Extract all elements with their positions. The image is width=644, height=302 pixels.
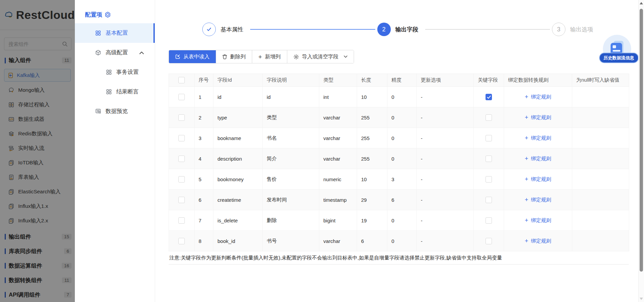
cell-precision: 0 (387, 231, 417, 251)
cell-update-option: - (417, 169, 474, 190)
step-number: 3 (552, 23, 565, 36)
menu-item-label: 基本配置 (106, 29, 128, 37)
col-length: 长度 (357, 74, 387, 87)
grid-icon (106, 89, 112, 95)
button-label: 删除列 (230, 50, 246, 63)
menu-item-label: 数据预览 (106, 108, 128, 115)
chevron-up-icon[interactable] (139, 51, 144, 54)
bind-rule-label: 绑定规则 (531, 94, 551, 100)
cell-seq: 3 (195, 128, 213, 148)
key-field-checkbox[interactable] (486, 238, 492, 244)
key-field-checkbox[interactable] (486, 217, 492, 224)
cell-type: varchar (319, 148, 357, 169)
key-field-checkbox[interactable] (486, 94, 492, 100)
table-row: 7 is_delete 删除 bigint 19 0 - +绑定规则 (169, 210, 629, 231)
menu-item-result-assertion[interactable]: 结果断言 (75, 82, 155, 102)
cell-precision: 0 (387, 210, 417, 231)
cell-field-desc: 简介 (263, 148, 319, 169)
menu-item-data-preview[interactable]: 数据预览 (75, 102, 155, 121)
cell-precision: 0 (387, 87, 417, 107)
bind-rule-link[interactable]: +绑定规则 (525, 176, 551, 183)
cell-field-desc: id (263, 87, 319, 107)
step-label: 输出字段 (396, 26, 418, 33)
row-checkbox[interactable] (178, 94, 185, 100)
key-field-checkbox[interactable] (486, 156, 492, 162)
step-label: 输出选项 (570, 26, 593, 33)
key-field-checkbox[interactable] (486, 114, 492, 121)
scrollbar-thumb[interactable] (640, 9, 643, 272)
step-output-options[interactable]: 3 输出选项 (552, 23, 598, 36)
cell-seq: 7 (195, 210, 213, 231)
scroll-down-arrow-icon[interactable] (640, 298, 643, 300)
bind-rule-link[interactable]: +绑定规则 (525, 94, 551, 100)
bind-rule-link[interactable]: +绑定规则 (525, 217, 551, 224)
cell-precision: 0 (387, 148, 417, 169)
trash-icon (222, 54, 227, 59)
config-panel: 配置项 基本配置 高级配 (75, 0, 638, 302)
fields-table-wrap: 序号 字段Id 字段说明 类型 长度 精度 更新选项 关键字段 绑定数据转换规则… (169, 74, 629, 251)
bind-rule-link[interactable]: +绑定规则 (525, 114, 551, 121)
bind-rule-link[interactable]: +绑定规则 (525, 238, 551, 244)
bind-rule-label: 绑定规则 (531, 217, 551, 224)
select-all-checkbox[interactable] (178, 77, 185, 83)
cell-null-default[interactable] (572, 231, 629, 251)
step-output-fields[interactable]: 2 输出字段 (377, 23, 423, 36)
cell-seq: 5 (195, 169, 213, 190)
plus-icon: + (525, 197, 528, 203)
cell-null-default[interactable] (572, 190, 629, 210)
scroll-up-arrow-icon[interactable] (640, 2, 643, 4)
row-checkbox[interactable] (178, 197, 185, 203)
menu-item-label: 高级配置 (106, 49, 128, 56)
row-checkbox[interactable] (178, 135, 185, 141)
bind-rule-link[interactable]: +绑定规则 (525, 135, 551, 141)
nut-icon (105, 11, 111, 18)
menu-item-advanced-config[interactable]: 高级配置 (75, 43, 155, 62)
row-checkbox[interactable] (178, 238, 185, 244)
import-or-clear-fields-button[interactable]: 导入或清空字段 (287, 50, 354, 63)
cell-update-option: - (417, 87, 474, 107)
table-row: 6 createtime 发布时间 timestamp 29 6 - +绑定规则 (169, 190, 629, 210)
cell-update-option: - (417, 148, 474, 169)
cell-length: 6 (357, 231, 387, 251)
cell-seq: 2 (195, 107, 213, 128)
cell-null-default[interactable] (572, 210, 629, 231)
page-scrollbar[interactable] (638, 0, 644, 302)
plus-icon: + (525, 156, 528, 162)
menu-item-basic-config[interactable]: 基本配置 (75, 23, 155, 43)
wizard-stepper: 基本属性 2 输出字段 3 输出选项 (202, 22, 598, 36)
cell-field-id: createtime (213, 190, 263, 210)
table-row: 3 bookname 书名 varchar 255 0 - +绑定规则 (169, 128, 629, 148)
bind-rule-link[interactable]: +绑定规则 (525, 156, 551, 162)
row-checkbox[interactable] (178, 114, 185, 121)
cell-type: varchar (319, 231, 357, 251)
col-seq: 序号 (195, 74, 213, 87)
cell-type: bigint (319, 210, 357, 231)
modal-dim-overlay[interactable] (0, 0, 75, 302)
cell-length: 255 (357, 148, 387, 169)
cell-field-id: type (213, 107, 263, 128)
delete-column-button[interactable]: 删除列 (216, 50, 252, 63)
row-checkbox[interactable] (178, 156, 185, 162)
read-from-table-button[interactable]: 从表中读入 (169, 50, 216, 63)
add-column-button[interactable]: + 新增列 (252, 50, 287, 63)
bind-rule-link[interactable]: +绑定规则 (525, 197, 551, 203)
row-checkbox[interactable] (178, 217, 185, 224)
menu-item-transaction-settings[interactable]: 事务设置 (75, 62, 155, 82)
cell-precision: 0 (387, 128, 417, 148)
app-screen: RestCloud 输入组件 11 Kafka输入 (0, 0, 644, 302)
cell-null-default[interactable] (572, 87, 629, 107)
key-field-checkbox[interactable] (486, 197, 492, 203)
key-field-checkbox[interactable] (486, 135, 492, 141)
cell-null-default[interactable] (572, 128, 629, 148)
key-field-checkbox[interactable] (486, 176, 492, 183)
cell-seq: 1 (195, 87, 213, 107)
cell-null-default[interactable] (572, 148, 629, 169)
config-menu: 配置项 基本配置 高级配 (75, 0, 155, 302)
step-basic-properties[interactable]: 基本属性 (202, 23, 248, 36)
row-checkbox[interactable] (178, 176, 185, 183)
cell-precision: 0 (387, 107, 417, 128)
cell-null-default[interactable] (572, 169, 629, 190)
history-dataflow-label[interactable]: 历史数据流信息 (599, 53, 639, 63)
col-null-default: 为null时写入缺省值 (572, 74, 629, 87)
cell-null-default[interactable] (572, 107, 629, 128)
